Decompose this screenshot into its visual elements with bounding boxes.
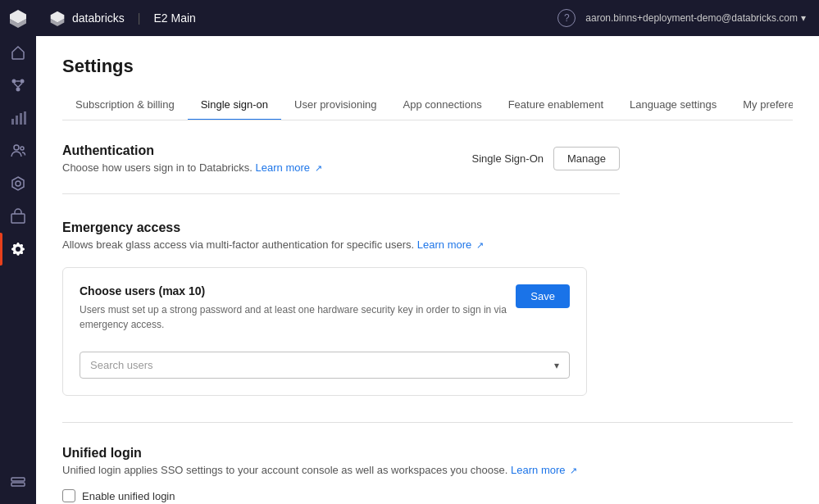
tab-subscription[interactable]: Subscription & billing [62, 90, 188, 120]
unified-login-desc: Unified login applies SSO settings to yo… [62, 464, 620, 476]
svg-rect-15 [11, 483, 25, 486]
emergency-box: Choose users (max 10) Users must set up … [62, 267, 587, 396]
svg-rect-16 [11, 478, 25, 481]
emergency-learn-more[interactable]: Learn more ↗ [417, 238, 484, 251]
sidebar-item-charts[interactable] [0, 102, 36, 134]
svg-point-13 [16, 181, 20, 186]
sidebar [0, 0, 36, 504]
svg-line-4 [14, 84, 18, 88]
svg-point-1 [20, 79, 25, 84]
external-link-icon: ↗ [315, 163, 322, 174]
sidebar-logo[interactable] [0, 0, 36, 36]
topbar-env: E2 Main [153, 11, 195, 25]
section-divider [62, 422, 793, 423]
sidebar-item-bottom[interactable] [0, 463, 36, 496]
authentication-title: Authentication [62, 143, 322, 158]
page-body: Authentication Choose how users sign in … [36, 120, 819, 504]
authentication-desc: Choose how users sign in to Databricks. … [62, 161, 322, 174]
tab-user-provisioning[interactable]: User provisioning [281, 90, 389, 120]
topbar-user-chevron: ▾ [801, 12, 806, 24]
search-users-dropdown[interactable]: Search users ▾ [80, 352, 570, 379]
svg-rect-6 [11, 119, 14, 125]
search-chevron-icon: ▾ [554, 360, 559, 371]
authentication-section: Authentication Choose how users sign in … [62, 143, 793, 194]
content-area: Settings Subscription & billing Single s… [36, 36, 819, 504]
svg-rect-8 [20, 113, 22, 125]
emergency-access-title: Emergency access [62, 220, 793, 235]
emergency-access-desc: Allows break glass access via multi-fact… [62, 238, 793, 251]
topbar-user-email: aaron.binns+deployment-demo@databricks.c… [585, 12, 798, 24]
emergency-box-title: Choose users (max 10) [80, 284, 516, 297]
manage-button[interactable]: Manage [553, 147, 620, 170]
unified-external-link-icon: ↗ [570, 465, 577, 476]
topbar-brand-name: databricks [72, 11, 125, 25]
sidebar-item-users[interactable] [0, 134, 36, 167]
topbar-right: ? aaron.binns+deployment-demo@databricks… [557, 9, 806, 27]
authentication-learn-more[interactable]: Learn more ↗ [256, 161, 322, 174]
sidebar-item-home[interactable] [0, 36, 36, 69]
sidebar-item-compute[interactable] [0, 167, 36, 200]
sidebar-item-marketplace[interactable] [0, 200, 36, 233]
main-wrapper: databricks | E2 Main ? aaron.binns+deplo… [36, 0, 819, 504]
svg-point-0 [12, 79, 16, 84]
topbar: databricks | E2 Main ? aaron.binns+deplo… [36, 0, 819, 36]
tab-language-settings[interactable]: Language settings [617, 90, 730, 120]
emergency-external-link-icon: ↗ [476, 240, 484, 251]
tab-sso[interactable]: Single sign-on [188, 90, 281, 120]
authentication-right: Single Sign-On Manage [472, 147, 620, 170]
authentication-info: Authentication Choose how users sign in … [62, 143, 322, 174]
authentication-row: Authentication Choose how users sign in … [62, 143, 620, 194]
emergency-save-button[interactable]: Save [516, 284, 570, 308]
enable-unified-login-label: Enable unified login [82, 490, 175, 502]
svg-point-2 [16, 88, 20, 92]
auth-status-label: Single Sign-On [472, 152, 544, 165]
topbar-help-button[interactable]: ? [557, 9, 576, 27]
enable-unified-login-checkbox[interactable] [62, 489, 75, 502]
topbar-user-menu[interactable]: aaron.binns+deployment-demo@databricks.c… [585, 12, 806, 24]
topbar-brand: databricks | E2 Main [49, 10, 196, 26]
svg-line-5 [18, 84, 22, 88]
svg-rect-7 [16, 116, 18, 125]
unified-login-title: Unified login [62, 446, 620, 461]
tab-app-connections[interactable]: App connections [390, 90, 495, 120]
databricks-logo-icon [49, 10, 66, 26]
unified-learn-more[interactable]: Learn more ↗ [511, 464, 577, 476]
svg-rect-9 [24, 111, 26, 125]
svg-point-10 [14, 145, 19, 150]
enable-unified-login-row: Enable unified login [62, 489, 620, 502]
tab-feature-enablement[interactable]: Feature enablement [495, 90, 617, 120]
sidebar-item-workflows[interactable] [0, 69, 36, 102]
emergency-box-info: Choose users (max 10) Users must set up … [80, 284, 516, 345]
emergency-access-section: Emergency access Allows break glass acce… [62, 220, 793, 396]
page-title: Settings [62, 56, 793, 77]
svg-rect-14 [11, 214, 25, 223]
emergency-box-desc: Users must set up a strong password and … [80, 302, 516, 332]
sidebar-bottom [0, 463, 36, 496]
sidebar-item-settings[interactable] [0, 233, 36, 266]
svg-marker-12 [12, 177, 24, 190]
tab-nav: Subscription & billing Single sign-on Us… [62, 90, 793, 120]
svg-point-11 [20, 147, 24, 150]
tab-my-preferences[interactable]: My preferences [730, 90, 793, 120]
unified-login-section: Unified login Unified login applies SSO … [62, 446, 620, 504]
page-header: Settings Subscription & billing Single s… [36, 36, 819, 120]
search-users-placeholder: Search users [90, 359, 153, 371]
topbar-divider: | [138, 11, 141, 25]
